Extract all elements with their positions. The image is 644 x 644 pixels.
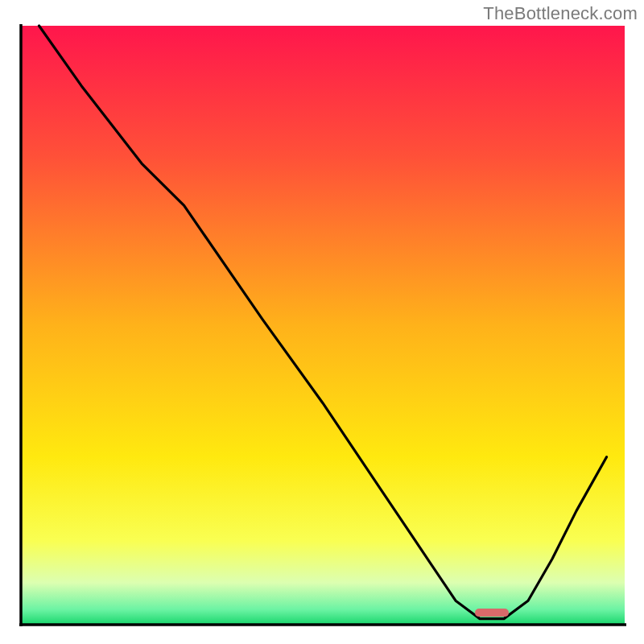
chart-svg (0, 0, 644, 644)
chart-root: TheBottleneck.com (0, 0, 644, 644)
watermark-text: TheBottleneck.com (483, 3, 638, 24)
optimum-marker (475, 609, 509, 617)
plot-background (21, 26, 625, 625)
